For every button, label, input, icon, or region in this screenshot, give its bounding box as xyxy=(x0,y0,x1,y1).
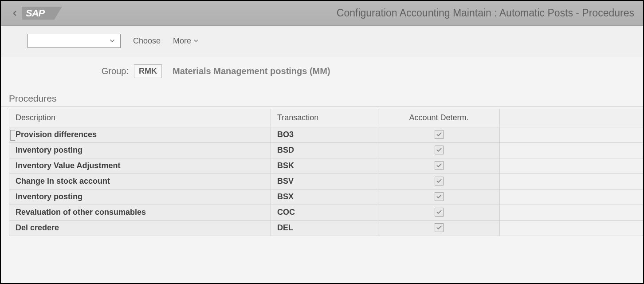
group-label: Group: xyxy=(19,66,134,76)
col-spacer xyxy=(500,109,643,127)
cell-account-determ[interactable] xyxy=(378,158,500,174)
choose-button-label: Choose xyxy=(133,36,161,46)
table-row[interactable]: Inventory postingBSX xyxy=(9,189,643,205)
checkbox-account-determ[interactable] xyxy=(435,130,444,139)
cell-transaction[interactable]: BO3 xyxy=(271,127,378,142)
cell-account-determ[interactable] xyxy=(378,189,500,205)
cell-description[interactable]: Provision differences xyxy=(9,127,271,142)
cell-transaction[interactable]: BSX xyxy=(271,189,378,205)
checkbox-account-determ[interactable] xyxy=(435,146,444,154)
checkbox-account-determ[interactable] xyxy=(435,161,444,170)
cell-account-determ[interactable] xyxy=(378,220,500,236)
chevron-left-icon xyxy=(11,9,19,17)
table-row[interactable]: Del credereDEL xyxy=(9,220,643,236)
cell-description[interactable]: Change in stock account xyxy=(9,174,271,189)
chevron-down-icon xyxy=(193,38,199,44)
table-row[interactable]: Revaluation of other consumablesCOC xyxy=(9,205,643,220)
table-row[interactable]: Inventory postingBSD xyxy=(9,142,643,158)
group-row: Group: RMK Materials Management postings… xyxy=(1,56,643,91)
choose-button[interactable]: Choose xyxy=(133,36,161,46)
col-account-determ[interactable]: Account Determ. xyxy=(378,109,500,127)
cell-transaction[interactable]: BSK xyxy=(271,158,378,174)
cell-spacer xyxy=(500,189,643,205)
table-row[interactable]: Inventory Value AdjustmentBSK xyxy=(9,158,643,174)
cell-spacer xyxy=(500,220,643,236)
checkbox-account-determ[interactable] xyxy=(435,208,444,217)
cell-transaction[interactable]: DEL xyxy=(271,220,378,236)
page-title: Configuration Accounting Maintain : Auto… xyxy=(337,7,634,19)
cell-description[interactable]: Inventory posting xyxy=(9,189,271,205)
cell-account-determ[interactable] xyxy=(378,127,500,142)
cell-description[interactable]: Inventory posting xyxy=(9,142,271,158)
cell-account-determ[interactable] xyxy=(378,205,500,220)
app-header: SAP Configuration Accounting Maintain : … xyxy=(1,1,643,26)
group-description: Materials Management postings (MM) xyxy=(173,66,330,76)
cell-spacer xyxy=(500,127,643,142)
cell-description[interactable]: Del credere xyxy=(9,220,271,236)
cell-account-determ[interactable] xyxy=(378,142,500,158)
cell-transaction[interactable]: COC xyxy=(271,205,378,220)
table-row[interactable]: Provision differencesBO3 xyxy=(9,127,643,142)
chevron-down-icon xyxy=(109,37,116,44)
variant-combo[interactable] xyxy=(27,34,121,48)
checkbox-account-determ[interactable] xyxy=(435,177,444,185)
procedures-section-title: Procedures xyxy=(1,91,643,107)
cell-spacer xyxy=(500,142,643,158)
col-description[interactable]: Description xyxy=(9,109,271,127)
table-header-row: Description Transaction Account Determ. xyxy=(9,109,643,127)
cell-spacer xyxy=(500,205,643,220)
sap-logo: SAP xyxy=(22,7,62,20)
back-button[interactable] xyxy=(10,8,20,18)
checkbox-account-determ[interactable] xyxy=(435,223,444,232)
cell-transaction[interactable]: BSD xyxy=(271,142,378,158)
checkbox-account-determ[interactable] xyxy=(435,192,444,201)
more-button-label: More xyxy=(173,36,191,46)
cell-account-determ[interactable] xyxy=(378,174,500,189)
more-button[interactable]: More xyxy=(173,36,199,46)
toolbar: Choose More xyxy=(1,26,643,56)
table-row[interactable]: Change in stock accountBSV xyxy=(9,174,643,189)
procedures-table: Description Transaction Account Determ. … xyxy=(9,109,643,236)
cell-spacer xyxy=(500,174,643,189)
col-transaction[interactable]: Transaction xyxy=(271,109,378,127)
cell-description[interactable]: Revaluation of other consumables xyxy=(9,205,271,220)
cell-spacer xyxy=(500,158,643,174)
group-code-field[interactable]: RMK xyxy=(134,64,162,78)
cell-transaction[interactable]: BSV xyxy=(271,174,378,189)
cell-description[interactable]: Inventory Value Adjustment xyxy=(9,158,271,174)
